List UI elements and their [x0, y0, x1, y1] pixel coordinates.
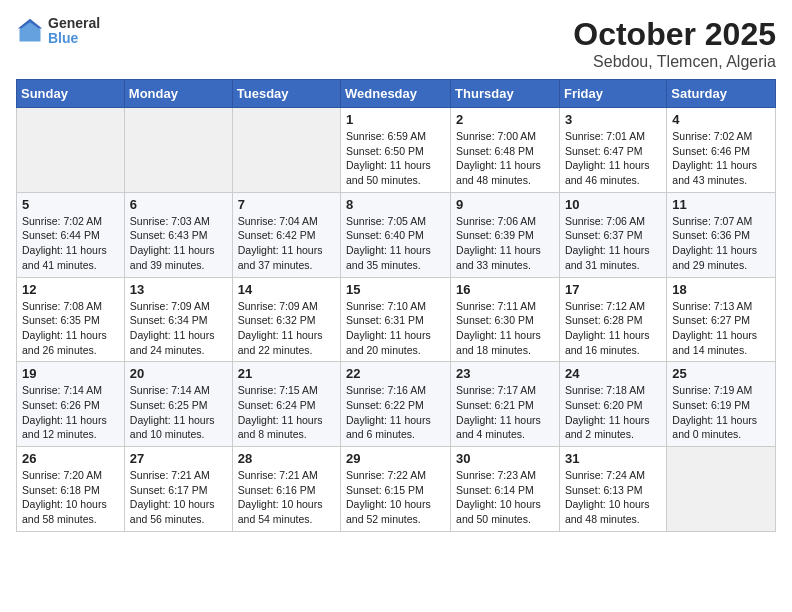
day-info: Sunrise: 7:22 AM Sunset: 6:15 PM Dayligh…: [346, 468, 445, 527]
day-number: 17: [565, 282, 661, 297]
weekday-header: Friday: [559, 80, 666, 108]
day-info: Sunrise: 7:18 AM Sunset: 6:20 PM Dayligh…: [565, 383, 661, 442]
day-number: 22: [346, 366, 445, 381]
weekday-header: Tuesday: [232, 80, 340, 108]
day-number: 21: [238, 366, 335, 381]
calendar-cell: 22Sunrise: 7:16 AM Sunset: 6:22 PM Dayli…: [341, 362, 451, 447]
calendar-cell: 24Sunrise: 7:18 AM Sunset: 6:20 PM Dayli…: [559, 362, 666, 447]
calendar-week-row: 5Sunrise: 7:02 AM Sunset: 6:44 PM Daylig…: [17, 192, 776, 277]
calendar-title: October 2025: [573, 16, 776, 53]
calendar-cell: 7Sunrise: 7:04 AM Sunset: 6:42 PM Daylig…: [232, 192, 340, 277]
day-info: Sunrise: 7:01 AM Sunset: 6:47 PM Dayligh…: [565, 129, 661, 188]
day-number: 24: [565, 366, 661, 381]
calendar-week-row: 12Sunrise: 7:08 AM Sunset: 6:35 PM Dayli…: [17, 277, 776, 362]
day-number: 16: [456, 282, 554, 297]
day-number: 14: [238, 282, 335, 297]
day-number: 7: [238, 197, 335, 212]
calendar-cell: 14Sunrise: 7:09 AM Sunset: 6:32 PM Dayli…: [232, 277, 340, 362]
day-number: 30: [456, 451, 554, 466]
day-info: Sunrise: 7:17 AM Sunset: 6:21 PM Dayligh…: [456, 383, 554, 442]
day-info: Sunrise: 7:04 AM Sunset: 6:42 PM Dayligh…: [238, 214, 335, 273]
day-number: 23: [456, 366, 554, 381]
logo: General Blue: [16, 16, 100, 47]
day-number: 29: [346, 451, 445, 466]
day-info: Sunrise: 7:07 AM Sunset: 6:36 PM Dayligh…: [672, 214, 770, 273]
day-info: Sunrise: 7:00 AM Sunset: 6:48 PM Dayligh…: [456, 129, 554, 188]
calendar-cell: [232, 108, 340, 193]
day-info: Sunrise: 7:10 AM Sunset: 6:31 PM Dayligh…: [346, 299, 445, 358]
calendar-cell: 9Sunrise: 7:06 AM Sunset: 6:39 PM Daylig…: [451, 192, 560, 277]
day-info: Sunrise: 7:13 AM Sunset: 6:27 PM Dayligh…: [672, 299, 770, 358]
calendar-cell: [17, 108, 125, 193]
day-info: Sunrise: 7:20 AM Sunset: 6:18 PM Dayligh…: [22, 468, 119, 527]
day-info: Sunrise: 7:02 AM Sunset: 6:46 PM Dayligh…: [672, 129, 770, 188]
day-info: Sunrise: 7:15 AM Sunset: 6:24 PM Dayligh…: [238, 383, 335, 442]
logo-icon: [16, 17, 44, 45]
day-info: Sunrise: 6:59 AM Sunset: 6:50 PM Dayligh…: [346, 129, 445, 188]
weekday-header: Sunday: [17, 80, 125, 108]
calendar-cell: 11Sunrise: 7:07 AM Sunset: 6:36 PM Dayli…: [667, 192, 776, 277]
day-number: 28: [238, 451, 335, 466]
day-info: Sunrise: 7:12 AM Sunset: 6:28 PM Dayligh…: [565, 299, 661, 358]
day-number: 20: [130, 366, 227, 381]
calendar-cell: [124, 108, 232, 193]
calendar-cell: 5Sunrise: 7:02 AM Sunset: 6:44 PM Daylig…: [17, 192, 125, 277]
day-number: 31: [565, 451, 661, 466]
logo-line1: General: [48, 16, 100, 31]
calendar-cell: 1Sunrise: 6:59 AM Sunset: 6:50 PM Daylig…: [341, 108, 451, 193]
page-header: General Blue October 2025 Sebdou, Tlemce…: [16, 16, 776, 71]
day-info: Sunrise: 7:19 AM Sunset: 6:19 PM Dayligh…: [672, 383, 770, 442]
calendar-cell: 23Sunrise: 7:17 AM Sunset: 6:21 PM Dayli…: [451, 362, 560, 447]
calendar-cell: 10Sunrise: 7:06 AM Sunset: 6:37 PM Dayli…: [559, 192, 666, 277]
calendar-cell: 15Sunrise: 7:10 AM Sunset: 6:31 PM Dayli…: [341, 277, 451, 362]
day-number: 8: [346, 197, 445, 212]
weekday-header: Saturday: [667, 80, 776, 108]
calendar-cell: 17Sunrise: 7:12 AM Sunset: 6:28 PM Dayli…: [559, 277, 666, 362]
calendar-cell: 21Sunrise: 7:15 AM Sunset: 6:24 PM Dayli…: [232, 362, 340, 447]
day-info: Sunrise: 7:02 AM Sunset: 6:44 PM Dayligh…: [22, 214, 119, 273]
weekday-header-row: SundayMondayTuesdayWednesdayThursdayFrid…: [17, 80, 776, 108]
day-info: Sunrise: 7:14 AM Sunset: 6:26 PM Dayligh…: [22, 383, 119, 442]
day-number: 11: [672, 197, 770, 212]
svg-marker-0: [20, 21, 41, 42]
weekday-header: Monday: [124, 80, 232, 108]
calendar-cell: 25Sunrise: 7:19 AM Sunset: 6:19 PM Dayli…: [667, 362, 776, 447]
logo-text: General Blue: [48, 16, 100, 47]
calendar-cell: 12Sunrise: 7:08 AM Sunset: 6:35 PM Dayli…: [17, 277, 125, 362]
calendar-table: SundayMondayTuesdayWednesdayThursdayFrid…: [16, 79, 776, 532]
day-number: 26: [22, 451, 119, 466]
day-number: 13: [130, 282, 227, 297]
day-number: 2: [456, 112, 554, 127]
day-number: 27: [130, 451, 227, 466]
day-number: 10: [565, 197, 661, 212]
day-number: 9: [456, 197, 554, 212]
day-number: 12: [22, 282, 119, 297]
calendar-cell: 16Sunrise: 7:11 AM Sunset: 6:30 PM Dayli…: [451, 277, 560, 362]
calendar-cell: 4Sunrise: 7:02 AM Sunset: 6:46 PM Daylig…: [667, 108, 776, 193]
day-number: 6: [130, 197, 227, 212]
day-number: 1: [346, 112, 445, 127]
calendar-cell: 2Sunrise: 7:00 AM Sunset: 6:48 PM Daylig…: [451, 108, 560, 193]
day-info: Sunrise: 7:05 AM Sunset: 6:40 PM Dayligh…: [346, 214, 445, 273]
day-info: Sunrise: 7:11 AM Sunset: 6:30 PM Dayligh…: [456, 299, 554, 358]
weekday-header: Wednesday: [341, 80, 451, 108]
day-number: 19: [22, 366, 119, 381]
calendar-cell: 26Sunrise: 7:20 AM Sunset: 6:18 PM Dayli…: [17, 447, 125, 532]
title-block: October 2025 Sebdou, Tlemcen, Algeria: [573, 16, 776, 71]
calendar-week-row: 26Sunrise: 7:20 AM Sunset: 6:18 PM Dayli…: [17, 447, 776, 532]
calendar-cell: 19Sunrise: 7:14 AM Sunset: 6:26 PM Dayli…: [17, 362, 125, 447]
day-info: Sunrise: 7:06 AM Sunset: 6:37 PM Dayligh…: [565, 214, 661, 273]
day-info: Sunrise: 7:21 AM Sunset: 6:16 PM Dayligh…: [238, 468, 335, 527]
day-info: Sunrise: 7:24 AM Sunset: 6:13 PM Dayligh…: [565, 468, 661, 527]
calendar-week-row: 19Sunrise: 7:14 AM Sunset: 6:26 PM Dayli…: [17, 362, 776, 447]
day-info: Sunrise: 7:06 AM Sunset: 6:39 PM Dayligh…: [456, 214, 554, 273]
calendar-cell: 31Sunrise: 7:24 AM Sunset: 6:13 PM Dayli…: [559, 447, 666, 532]
calendar-cell: 18Sunrise: 7:13 AM Sunset: 6:27 PM Dayli…: [667, 277, 776, 362]
weekday-header: Thursday: [451, 80, 560, 108]
calendar-cell: 3Sunrise: 7:01 AM Sunset: 6:47 PM Daylig…: [559, 108, 666, 193]
day-info: Sunrise: 7:16 AM Sunset: 6:22 PM Dayligh…: [346, 383, 445, 442]
day-info: Sunrise: 7:21 AM Sunset: 6:17 PM Dayligh…: [130, 468, 227, 527]
day-number: 15: [346, 282, 445, 297]
calendar-cell: [667, 447, 776, 532]
day-number: 5: [22, 197, 119, 212]
